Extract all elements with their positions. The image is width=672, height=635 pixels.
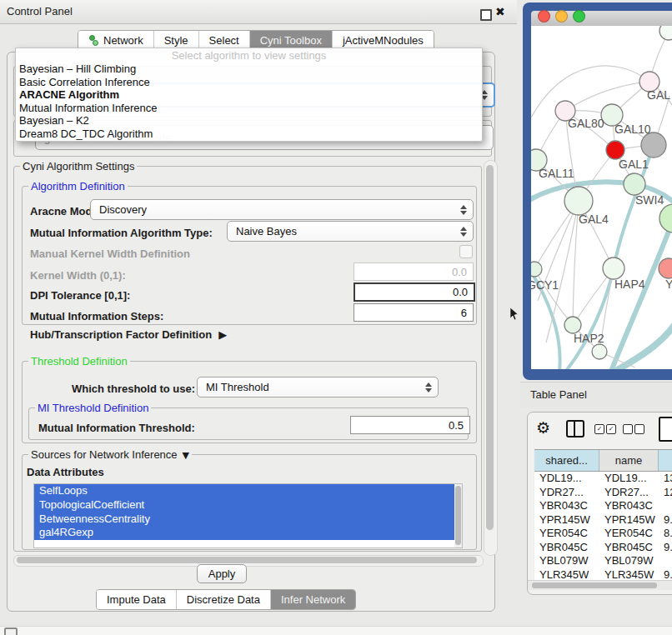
node-label: GAL4 [579,212,609,226]
column-header-2[interactable]: A [659,450,672,471]
manual-kernel-checkbox[interactable] [459,245,473,258]
attribute-list-item[interactable]: BetweennessCentrality [34,512,454,527]
deselect-all-checkbox-icon[interactable] [623,424,633,434]
algorithm-list-item[interactable]: ARACNE Algorithm [16,88,482,102]
mi-threshold-value: 0.5 [449,419,464,432]
minimize-traffic-light-icon[interactable] [555,10,568,22]
node-label: GAL11 [539,167,574,180]
dpi-tolerance-label: DPI Tolerance [0,1]: [30,289,130,302]
table-panel-title: Table Panel [530,382,587,408]
table-row[interactable]: YDL19...YDL19...13 [534,472,672,486]
table-cell: YBR043C [599,499,659,513]
algorithm-dropdown-popup: Select algorithm to view settings Bayesi… [15,48,483,142]
table-cell: YBR043C [534,499,599,513]
mouse-cursor [510,308,520,322]
algorithm-list-item[interactable]: Mutual Information Inference [16,102,482,115]
algorithm-list-item[interactable]: Basic Correlation Inference [16,76,482,89]
attribute-list-item[interactable]: gal4RGexp [34,526,454,540]
network-node[interactable] [592,344,607,359]
attribute-list-item[interactable]: TopologicalCoefficient [34,498,454,512]
deselect-all-checkbox-icon[interactable] [634,424,644,434]
network-node-gcy1[interactable] [531,262,542,277]
network-node[interactable] [641,132,666,158]
table-row[interactable]: YBR043CYBR043C [534,499,672,513]
attribute-list-item[interactable]: SelfLoops [34,484,454,498]
tab-discretize-data[interactable]: Discretize Data [177,590,271,609]
mi-threshold-title: MI Threshold Definition [35,402,151,414]
apply-button[interactable]: Apply [197,564,247,583]
table-panel-header: Table Panel [520,382,672,408]
table-row[interactable]: YBL079WYBL079W [534,554,672,568]
node-label: GCY1 [531,278,559,292]
combo-stepper-icon [460,227,467,237]
node-label: Y [665,278,672,291]
which-threshold-combobox[interactable]: MI Threshold [197,377,439,398]
sources-title[interactable]: Sources for Network Inference▼ [28,448,192,461]
function-builder-icon[interactable] [659,417,672,442]
list-scrollbar[interactable] [454,484,462,548]
table-cell: YPR145W [534,513,599,528]
network-canvas[interactable]: GALGAL80GAL10GAL1GAL11SWI4GAL4GCY1HAP4YH… [531,26,672,369]
network-node[interactable] [659,204,672,232]
tab-infer-network[interactable]: Infer Network [271,590,355,609]
table-row[interactable]: YBR045CYBR045C9. [534,541,672,555]
node-label: GAL10 [614,122,651,136]
threshold-definition-title: Threshold Definition [28,355,130,368]
table-row[interactable]: YPR145WYPR145W9. [534,513,672,528]
aracne-mode-combobox[interactable]: Discovery [90,199,474,220]
table-row[interactable]: YLR345WYLR345W9. [534,568,672,582]
node-label: SWI4 [635,193,664,207]
hidden-panel-icon[interactable] [4,628,18,635]
gear-icon[interactable]: ⚙ [536,418,550,437]
algorithm-list-item[interactable]: Bayesian – Hill Climbing [16,62,482,76]
mi-steps-field[interactable]: 6 [354,303,474,322]
table-cell: YER054C [599,527,659,541]
table-row[interactable]: YDR27...YDR27...12 [534,486,672,500]
table-horizontal-scrollbar[interactable] [528,580,672,590]
column-header-1[interactable]: name [599,450,659,471]
node-table[interactable]: shared...nameA YDL19...YDL19...13YDR27..… [534,449,672,581]
float-window-icon[interactable] [480,9,492,21]
cyni-mode-tabbar: Impute DataDiscretize DataInfer Network [96,589,356,610]
network-window-titlebar[interactable] [531,11,672,27]
table-cell: 9. [659,541,672,555]
tab-label: Select [209,34,239,47]
table-row[interactable]: YER054CYER054C8. [534,527,672,541]
table-cell: 9. [659,568,672,582]
algorithm-list-item[interactable]: Bayesian – K2 [16,114,482,128]
settings-vertical-scrollbar[interactable] [484,160,498,556]
aracne-mode-value: Discovery [99,203,147,216]
data-attributes-list[interactable]: SelfLoopsTopologicalCoefficientBetweenne… [33,483,463,548]
columns-icon[interactable] [566,420,584,438]
dpi-tolerance-field[interactable]: 0.0 [354,282,475,302]
node-label: GAL80 [568,117,604,130]
network-node-swi4[interactable] [624,173,645,195]
kernel-width-label: Kernel Width (0,1): [30,269,126,282]
table-cell: YBR045C [534,541,599,555]
hub-definition-expander[interactable]: Hub/Transcription Factor Definition▶ [30,328,227,341]
screen: Control Panel ✖ NetworkStyleSelectCyni T… [0,0,672,635]
network-node-gal1[interactable] [606,141,624,159]
tab-label: Impute Data [107,593,166,606]
mi-type-combobox[interactable]: Naive Bayes [227,221,474,242]
column-header-0[interactable]: shared... [534,450,599,471]
select-all-checkbox-icon[interactable]: ✓ [606,424,616,434]
dpi-tolerance-value: 0.0 [453,286,468,298]
network-node-gal4[interactable] [564,187,593,215]
close-traffic-light-icon[interactable] [538,10,550,22]
network-node-hap4[interactable] [603,258,624,279]
tab-impute-data[interactable]: Impute Data [97,590,177,609]
expand-right-icon: ▶ [218,328,227,341]
mi-threshold-field[interactable]: 0.5 [350,416,470,434]
popup-placeholder: Select algorithm to view settings [16,48,482,62]
network-node-hap2[interactable] [564,317,581,333]
algorithm-list-item[interactable]: Dream8 DC_TDC Algorithm [16,128,482,141]
close-icon[interactable]: ✖ [495,5,505,18]
kernel-width-field[interactable]: 0.0 [354,262,474,281]
network-node[interactable] [659,26,672,40]
select-all-checkbox-icon[interactable]: ✓ [594,424,604,434]
zoom-traffic-light-icon[interactable] [573,10,585,22]
network-node-y[interactable] [659,258,672,278]
algorithm-list: Bayesian – Hill ClimbingBasic Correlatio… [16,62,482,141]
settings-horizontal-scrollbar[interactable] [13,555,484,567]
